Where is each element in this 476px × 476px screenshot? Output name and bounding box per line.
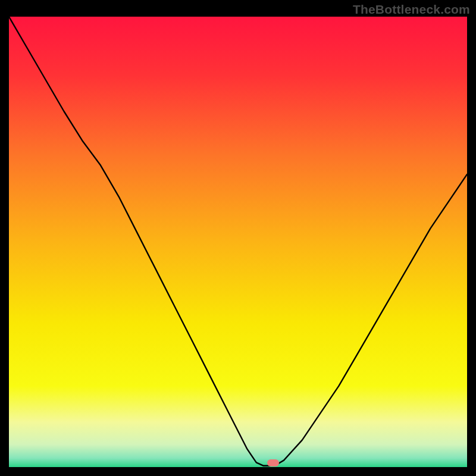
chart-frame: TheBottleneck.com	[0, 0, 476, 476]
optimal-point-marker	[267, 459, 279, 466]
bottleneck-chart	[9, 17, 467, 467]
watermark-text: TheBottleneck.com	[353, 2, 470, 17]
gradient-background	[9, 17, 467, 467]
